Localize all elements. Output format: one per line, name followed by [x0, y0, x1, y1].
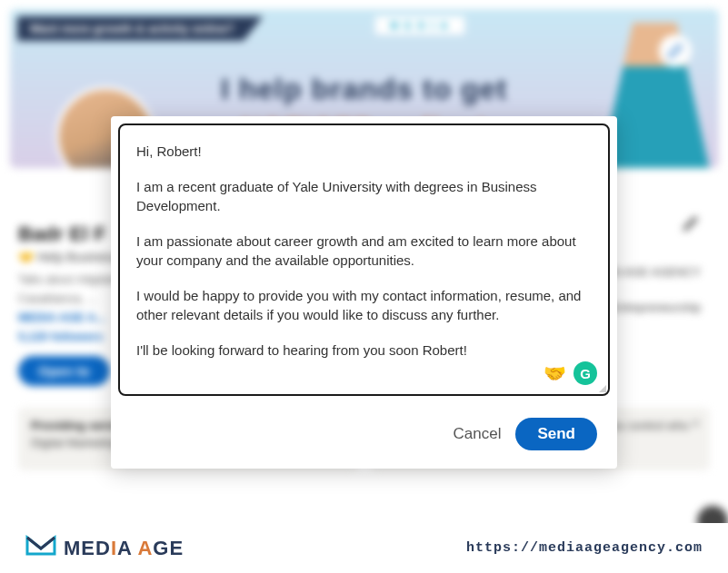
msg-paragraph-2: I am passionate about career growth and …	[136, 232, 592, 270]
edit-profile-button[interactable]	[681, 213, 701, 237]
modal-actions: Cancel Send	[111, 396, 617, 469]
msg-closing: I'll be looking forward to hearing from …	[136, 341, 592, 360]
cancel-button[interactable]: Cancel	[454, 418, 502, 450]
banner-logo-tag: M E D I A	[375, 16, 464, 35]
banner-ribbon: Want more growth & activity online?	[17, 16, 264, 41]
resize-handle[interactable]	[597, 383, 606, 392]
message-textarea[interactable]: Hi, Robert! I am a recent graduate of Ya…	[118, 123, 610, 396]
msg-greeting: Hi, Robert!	[136, 142, 592, 161]
envelope-logo-icon	[25, 532, 56, 564]
footer-logo-text: MEDIA AGE	[64, 537, 184, 560]
handshake-icon: 🤝	[544, 362, 566, 384]
footer-url[interactable]: https://mediaageagency.com	[466, 540, 703, 556]
page-footer: MEDIA AGE https://mediaageagency.com	[0, 523, 728, 573]
pencil-icon	[681, 213, 701, 233]
close-icon[interactable]: ✕	[691, 417, 701, 430]
send-button[interactable]: Send	[515, 418, 597, 450]
edit-banner-button[interactable]	[659, 35, 692, 67]
message-modal: Hi, Robert! I am a recent graduate of Ya…	[111, 116, 617, 469]
message-text-content[interactable]: Hi, Robert! I am a recent graduate of Ya…	[136, 142, 592, 360]
open-to-button[interactable]: Open to	[18, 356, 110, 386]
msg-paragraph-1: I am a recent graduate of Yale Universit…	[136, 177, 592, 215]
pencil-icon	[667, 43, 683, 59]
grammarly-icon[interactable]: G	[573, 361, 597, 385]
msg-paragraph-3: I would be happy to provide you with my …	[136, 286, 592, 324]
footer-logo: MEDIA AGE	[25, 532, 184, 564]
